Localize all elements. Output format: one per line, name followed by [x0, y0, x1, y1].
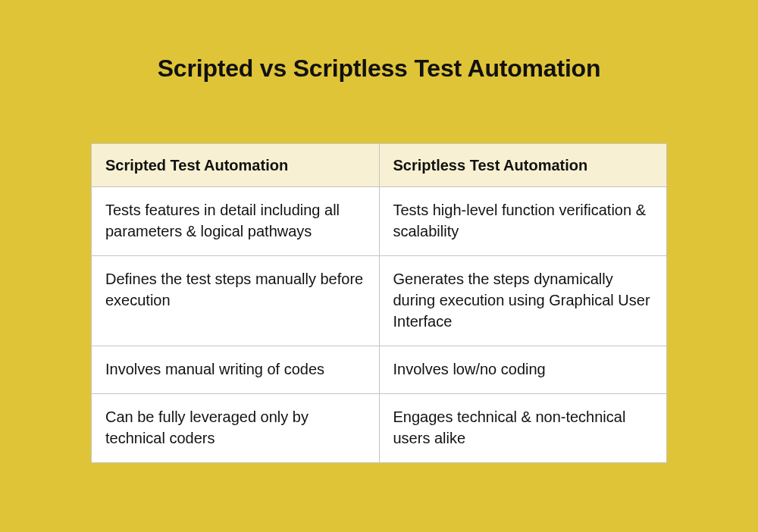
table-header-row: Scripted Test Automation Scriptless Test…	[92, 144, 667, 187]
column-header-scriptless: Scriptless Test Automation	[379, 144, 667, 187]
cell-scripted: Can be fully leveraged only by technical…	[92, 394, 380, 463]
table-row: Involves manual writing of codes Involve…	[92, 346, 667, 394]
cell-scripted: Tests features in detail including all p…	[92, 187, 380, 256]
table-row: Defines the test steps manually before e…	[92, 256, 667, 346]
comparison-table: Scripted Test Automation Scriptless Test…	[91, 143, 667, 463]
column-header-scripted: Scripted Test Automation	[92, 144, 380, 187]
cell-scriptless: Engages technical & non-technical users …	[379, 394, 667, 463]
cell-scripted: Involves manual writing of codes	[92, 346, 380, 394]
table-row: Tests features in detail including all p…	[92, 187, 667, 256]
cell-scripted: Defines the test steps manually before e…	[92, 256, 380, 346]
cell-scriptless: Involves low/no coding	[379, 346, 667, 394]
table-row: Can be fully leveraged only by technical…	[92, 394, 667, 463]
cell-scriptless: Generates the steps dynamically during e…	[379, 256, 667, 346]
cell-scriptless: Tests high-level function verification &…	[379, 187, 667, 256]
page-title: Scripted vs Scriptless Test Automation	[158, 55, 601, 83]
